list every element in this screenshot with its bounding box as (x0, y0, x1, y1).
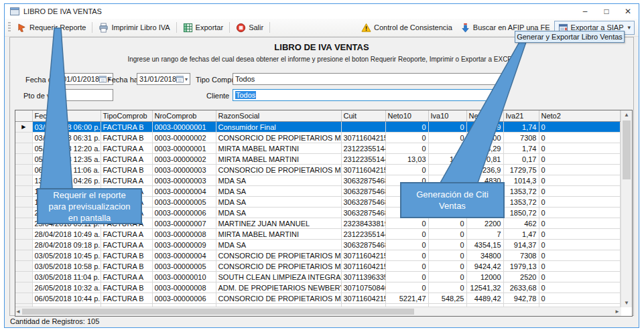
cell-nro: 0003-00000005 (152, 197, 216, 208)
minimize-button[interactable]: – (574, 4, 596, 19)
cell-neto21: 2200 (466, 218, 503, 229)
row-selector-cell[interactable] (15, 197, 32, 208)
chevron-down-icon[interactable]: ▾ (185, 76, 188, 82)
cell-iva21: 1353,72 (503, 197, 539, 208)
row-selector-cell[interactable] (15, 133, 32, 143)
table-row[interactable]: 28/04/2018 10:49 a. m.FACTURA A0003-0000… (15, 229, 621, 240)
cell-tipo: FACTURA A (101, 240, 152, 250)
fecha-hasta-input[interactable]: 31/01/2018 ▾ (137, 73, 190, 85)
control-de-consistencia-button[interactable]: Control de Consistencia (357, 21, 456, 35)
row-selector-cell[interactable] (15, 165, 32, 175)
column-header-cuit[interactable]: Cuit (341, 110, 385, 122)
cell-cuit: 30711604215 (341, 133, 385, 143)
table-row[interactable]: 05/02/2018 12:20 a. m.FACTURA A0003-0000… (15, 143, 621, 154)
table-row[interactable]: 06/05/2018 10:44 p. m.FACTURA B0003-0000… (15, 293, 621, 304)
table-row[interactable]: 06/02/2018 11:06 a. m.FACTURA B0003-0000… (15, 165, 621, 175)
column-header-fecha[interactable]: Fecha (32, 110, 101, 122)
tipo-comprob-combo[interactable]: Todos ˇ (233, 73, 509, 85)
cell-nro: 0003-00000009 (152, 240, 216, 250)
cell-razon: ADM. DE PROPIETARIOS NEWBERY 1819 (216, 282, 341, 293)
cell-neto2: 0 (539, 293, 621, 304)
column-header-razon[interactable]: RazonSocial (216, 110, 341, 122)
cell-neto10: 0 (385, 261, 428, 272)
cell-neto2: 0 (539, 133, 621, 143)
grid-header-row: FechaTipoComprobNroComprobRazonSocialCui… (15, 110, 621, 122)
row-selector-cell[interactable] (15, 208, 32, 218)
cell-neto10: 0 (385, 133, 428, 143)
maximize-button[interactable]: □ (596, 4, 617, 19)
cell-fecha: 03/02/2018 06:00 p. m. (32, 122, 101, 133)
row-selector-header[interactable] (15, 110, 32, 122)
horizontal-scrollbar[interactable]: ◄ ► (15, 307, 621, 316)
row-selector-cell[interactable] (15, 218, 32, 229)
row-selector-cell[interactable] (15, 229, 32, 240)
cell-neto21: 4489,42 (466, 293, 503, 304)
pto-venta-input[interactable] (60, 89, 113, 101)
cell-iva21: 1353,72 (503, 186, 539, 197)
table-row[interactable]: 05/02/2018 12:35 a. m.FACTURA A0003-0000… (15, 154, 621, 165)
row-selector-cell[interactable] (15, 240, 32, 250)
row-selector-cell[interactable] (15, 293, 32, 304)
scrollbar-thumb[interactable] (623, 120, 631, 179)
row-selector-cell[interactable] (15, 272, 32, 282)
cell-tipo: FACTURA A (101, 229, 152, 240)
scrollbar-thumb[interactable] (22, 309, 414, 315)
cell-cuit: 30632875468 (341, 240, 385, 250)
column-header-neto21[interactable]: Neto21 (466, 110, 503, 122)
scroll-right-icon[interactable]: ► (615, 307, 620, 316)
table-row[interactable]: 26/05/2018 10:32 a. m.FACTURA B0003-0000… (15, 282, 621, 293)
separator (92, 22, 92, 33)
cell-tipo: FACTURA B (101, 261, 152, 272)
cell-neto2: 0 (539, 143, 621, 154)
row-selector-cell[interactable]: ▶ (15, 122, 32, 133)
cell-neto21: 34800 (466, 250, 503, 261)
table-row[interactable]: 03/02/2018 06:31 p. m.FACTURA B0003-0000… (15, 133, 621, 143)
menu-item-generar-exportar[interactable]: Generar y Exportar Libro Ventas (517, 33, 623, 41)
requerir-reporte-button[interactable]: Requerir Reporte (13, 21, 90, 35)
column-header-iva10[interactable]: Iva10 (428, 110, 466, 122)
cliente-input[interactable]: Todos (233, 89, 493, 101)
callout-requerir-reporte: Requerir el reporte para previsualizacio… (37, 188, 142, 224)
table-row[interactable]: 03/05/2018 11:04 p. m.FACTURA A0003-0000… (15, 272, 621, 282)
imprimir-libro-iva-button[interactable]: Imprimir Libro IVA (94, 21, 174, 35)
separator (269, 22, 270, 33)
table-row[interactable]: 03/05/2018 10:45 p. m.FACTURA B0003-0000… (15, 250, 621, 261)
vertical-scrollbar[interactable]: ▲ ▼ (621, 110, 632, 307)
close-button[interactable]: ✕ (617, 4, 639, 19)
cell-fecha: 06/02/2018 11:06 a. m. (32, 165, 101, 175)
page-subtitle: Ingrese un rango de fechas del cual dese… (10, 56, 633, 63)
scroll-up-icon[interactable]: ▲ (624, 110, 629, 119)
fecha-desde-input[interactable]: 01/01/2018 ▾ (60, 73, 113, 85)
cell-iva10: 0 (428, 261, 466, 272)
row-selector-cell[interactable] (15, 282, 32, 293)
table-row[interactable]: 13/04/2018 04:26 p. m.FACTURA A0003-0000… (15, 175, 621, 186)
row-selector-cell[interactable] (15, 154, 32, 165)
table-row[interactable]: ▶03/02/2018 06:00 p. m.FACTURA B0003-000… (15, 122, 621, 133)
column-header-iva21[interactable]: Iva21 (503, 110, 539, 122)
exportar-button[interactable]: Exportar (179, 21, 228, 35)
column-header-tipo[interactable]: TipoComprob (101, 110, 152, 122)
table-row[interactable]: 03/05/2018 10:58 p. m.FACTURA B0003-0000… (15, 261, 621, 272)
cell-iva21: 2633,68 (503, 282, 539, 293)
cell-iva21: 1979,13 (503, 261, 539, 272)
row-selector-cell[interactable] (15, 186, 32, 197)
column-header-nro[interactable]: NroComprob (152, 110, 216, 122)
chevron-down-icon[interactable]: ˇ (504, 76, 506, 82)
cell-neto2: 0 (539, 218, 621, 229)
row-selector-cell[interactable] (15, 250, 32, 261)
scroll-down-icon[interactable]: ▼ (624, 299, 629, 307)
separator (176, 22, 177, 33)
salir-button[interactable]: Salir (232, 21, 267, 35)
cell-neto10: 0 (385, 240, 428, 250)
row-selector-cell[interactable] (15, 175, 32, 186)
scroll-left-icon[interactable]: ◄ (15, 307, 21, 316)
table-row[interactable]: 28/04/2018 09:18 p. m.FACTURA A0003-0000… (15, 240, 621, 250)
cell-nro: 0003-00000001 (152, 122, 216, 133)
row-selector-cell[interactable] (15, 143, 32, 154)
row-selector-cell[interactable] (15, 261, 32, 272)
column-header-neto2[interactable]: Neto2 (539, 110, 621, 122)
column-header-neto10[interactable]: Neto10 (385, 110, 428, 122)
cell-neto10: 0 (385, 218, 428, 229)
cell-iva10: 0 (428, 218, 466, 229)
app-window: LIBRO DE IVA VENTAS – □ ✕ Requerir Repor… (4, 3, 639, 328)
